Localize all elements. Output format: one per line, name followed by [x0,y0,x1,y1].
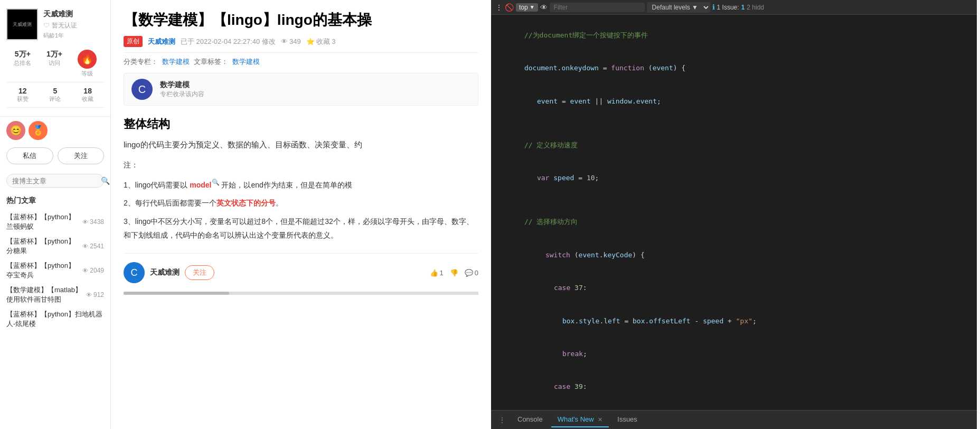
search-icon[interactable]: 🔍 [101,176,110,185]
hot-article-1-title: 【蓝桥杯】【python】兰顿蚂蚁 [6,212,79,231]
collection-info: 数学建模 专栏收录该内容 [160,80,204,99]
hot-article-2-title: 【蓝桥杯】【python】分糖果 [6,237,79,256]
code-line-13: case 39: [491,371,977,404]
footer-follow-button[interactable]: 关注 [185,265,214,280]
level-icon: 🔥 [78,50,97,69]
devtools-eye-icon[interactable]: 👁 [540,3,548,12]
hot-article-2[interactable]: 【蓝桥杯】【python】分糖果 👁2541 [6,234,104,258]
collects-value: 18 [82,87,93,95]
avatar: 天威难测 [6,8,38,40]
star-icon: ⭐ [306,38,315,45]
devtools-block-icon[interactable]: 🚫 [505,3,514,12]
section1-text: lingo的代码主要分为预定义、数据的输入、目标函数、决策变量、约 [124,137,478,152]
code-line-blank2 [491,195,977,206]
rank-value: 5万+ [14,50,31,59]
follower-avatar-2: 🏅 [29,121,48,140]
shield-icon: 🛡 [43,22,50,29]
article-meta: 原创 天威难测 已于 2022-02-04 22:27:40 修改 👁 349 … [124,36,478,53]
comments-stat: 5 评论 [49,87,61,103]
devtools-panel: ⋮ 🚫 top ▼ 👁 Default levels ▼ ℹ 1 Issue: … [491,0,977,429]
code-line-8: // 选择移动方向 [491,206,977,239]
search-input[interactable] [12,177,101,185]
tag-math-modeling-1[interactable]: 数学建模 [162,57,190,67]
code-line-3: event = event || window.event; [491,85,977,118]
tag-math-modeling-2[interactable]: 数学建模 [232,57,260,67]
footer-author-name[interactable]: 天威难测 [150,268,180,277]
caret-down-icon: ▼ [530,4,535,10]
code-line-5: // 定义移动速度 [491,129,977,162]
likes-stat: 12 获赞 [17,87,29,103]
devtools-levels-select[interactable]: Default levels ▼ [647,2,710,13]
likes-value: 12 [17,87,29,95]
tags-row: 分类专栏： 数学建模 文章标签： 数学建模 [124,53,478,73]
hot-article-3-title: 【蓝桥杯】【python】夺宝奇兵 [6,261,79,280]
visit-stat: 1万+ 访问 [46,50,62,78]
devtools-filter-input[interactable] [550,3,645,12]
profile-code-age: 码龄1年 [43,32,77,40]
comments-value: 5 [49,87,61,95]
meta-views: 👁 349 [281,38,301,45]
rank-label: 总排名 [14,59,31,67]
meta-date: 已于 2022-02-04 22:27:40 修改 [181,37,276,46]
comment-count[interactable]: 💬 0 [465,269,478,277]
code-line-12: break; [491,338,977,370]
thumb-up[interactable]: 👍 1 [430,269,444,277]
comments-label: 评论 [49,95,61,103]
original-badge: 原创 [124,36,143,47]
code-line-11: box.style.left = box.offsetLeft - speed … [491,305,977,338]
code-line-14: box.style.left = box.offsetLeft + speed … [491,404,977,410]
eye-icon-2: 👁 [82,243,88,249]
devtools-menu-icon[interactable]: ⋮ [495,3,503,12]
footer-avatar: C [124,262,145,283]
devtools-tabs-menu-icon[interactable]: ⋮ [495,416,509,424]
collection-desc: 专栏收录该内容 [160,90,204,99]
notes-section: 注： 1、lingo代码需要以 model🔍 开始，以end作为结束，但是在简单… [124,158,478,243]
hot-article-5-title: 【蓝桥杯】【python】扫地机器人-炫尾楼 [6,310,104,329]
hot-article-1[interactable]: 【蓝桥杯】【python】兰顿蚂蚁 👁3438 [6,210,104,234]
author-footer: C 天威难测 关注 👍 1 👎 💬 0 [124,253,478,292]
eye-icon-4: 👁 [86,292,92,298]
collection-box[interactable]: C 数学建模 专栏收录该内容 [124,73,478,106]
avatar-row: 😊 🏅 [0,117,110,144]
tab-whats-new-close[interactable]: ✕ [598,416,602,423]
tab-issues-label: Issues [617,415,637,423]
thumb-down[interactable]: 👎 [450,269,458,277]
hot-article-3[interactable]: 【蓝桥杯】【python】夺宝奇兵 👁2049 [6,258,104,283]
devtools-top-dropdown[interactable]: top ▼ [516,3,538,12]
code-line-6: var speed = 10; [491,162,977,194]
sidebar: 天威难测 天威难测 🛡 暂无认证 码龄1年 5万+ 总排名 1万+ 访问 � [0,0,111,429]
devtools-toolbar: ⋮ 🚫 top ▼ 👁 Default levels ▼ ℹ 1 Issue: … [491,0,977,15]
note3: 3、lingo中不区分大小写，变量名可以超过8个，但是不能超过32个，样，必须以… [124,215,478,243]
meta-author[interactable]: 天威难测 [148,37,175,46]
profile-name: 天威难测 [43,10,77,19]
collects-stat: 18 收藏 [82,87,93,103]
tab-console-label: Console [517,415,543,423]
follow-button[interactable]: 关注 [58,147,105,164]
collection-icon: C [131,79,153,100]
devtools-hidden-label: 2 hidd [747,4,764,11]
message-button[interactable]: 私信 [6,147,53,164]
likes-label: 获赞 [17,95,29,103]
tab-whats-new[interactable]: What's New ✕ [551,412,609,427]
action-buttons: 私信 关注 [0,144,110,170]
note1: 1、lingo代码需要以 model🔍 开始，以end作为结束，但是在简单的模 [124,176,478,192]
code-line-2: document.onkeydown = function (event) { [491,52,977,85]
devtools-code-area: //为document绑定一个按键按下的事件 document.onkeydow… [491,15,977,410]
meta-collect: ⭐ 收藏 3 [306,37,336,46]
code-line-9: switch (event.keyCode) { [491,239,977,272]
tab-issues[interactable]: Issues [611,412,644,427]
hot-article-4[interactable]: 【数学建模】【matlab】使用软件画甘特图 👁912 [6,283,104,307]
tags-label1: 分类专栏： [124,57,158,67]
devtools-tabs: ⋮ Console What's New ✕ Issues [491,410,977,429]
hot-article-4-title: 【数学建模】【matlab】使用软件画甘特图 [6,285,83,304]
hot-article-1-views: 👁3438 [82,218,104,226]
hot-article-5[interactable]: 【蓝桥杯】【python】扫地机器人-炫尾楼 [6,307,104,331]
search-link-icon: 🔍 [212,179,220,186]
profile-level: 🛡 暂无认证 [43,21,77,30]
follower-avatar-1: 😊 [6,121,25,140]
profile-top: 天威难测 天威难测 🛡 暂无认证 码龄1年 [6,8,104,40]
horizontal-scrollbar[interactable] [124,292,478,295]
tab-console[interactable]: Console [511,412,549,427]
visit-value: 1万+ [46,50,62,59]
hot-article-3-views: 👁2049 [82,267,104,274]
